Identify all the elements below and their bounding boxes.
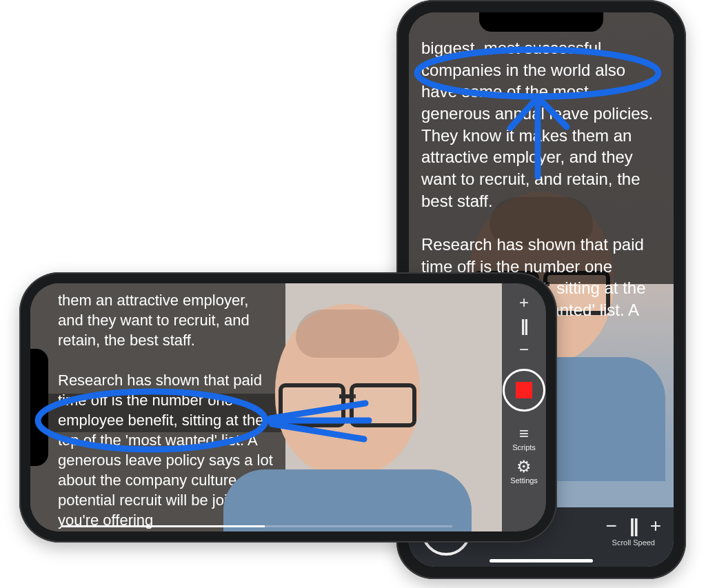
camera-subject-face xyxy=(258,304,437,531)
speed-pause-button[interactable]: || xyxy=(521,318,527,334)
scroll-speed-controls: − || + Scroll Speed xyxy=(606,515,661,547)
scripts-label: Scripts xyxy=(512,443,536,452)
notch xyxy=(30,349,48,466)
home-indicator[interactable] xyxy=(490,559,593,562)
phone-landscape-frame: them an attractive employer, and they wa… xyxy=(19,272,557,543)
menu-icon: ≡ xyxy=(519,425,529,442)
recording-progress-fill xyxy=(62,525,265,527)
scroll-speed-pause-button[interactable]: || xyxy=(629,515,638,537)
scroll-speed-label: Scroll Speed xyxy=(612,538,655,547)
canvas: biggest, most successful companies in th… xyxy=(0,0,706,588)
recording-progress-bar[interactable] xyxy=(62,525,452,527)
glasses-icon xyxy=(279,383,416,421)
camera-viewfinder: them an attractive employer, and they wa… xyxy=(30,283,502,531)
phone-landscape-screen: them an attractive employer, and they wa… xyxy=(30,283,546,531)
speed-minus-button[interactable]: − xyxy=(519,341,529,358)
side-toolbar: + || − ≡ Scripts xyxy=(502,283,546,531)
scroll-speed-minus-button[interactable]: − xyxy=(606,515,617,537)
settings-button[interactable]: ⚙ Settings xyxy=(510,458,538,485)
settings-label: Settings xyxy=(510,476,538,485)
stop-icon xyxy=(516,382,532,398)
scripts-button[interactable]: ≡ Scripts xyxy=(512,425,536,452)
record-button[interactable] xyxy=(503,369,545,412)
speed-plus-button[interactable]: + xyxy=(519,294,529,311)
teleprompter-overlay[interactable]: biggest, most successful companies in th… xyxy=(409,12,674,284)
scroll-speed-plus-button[interactable]: + xyxy=(650,515,661,537)
gear-icon: ⚙ xyxy=(516,458,532,475)
notch xyxy=(479,12,603,32)
